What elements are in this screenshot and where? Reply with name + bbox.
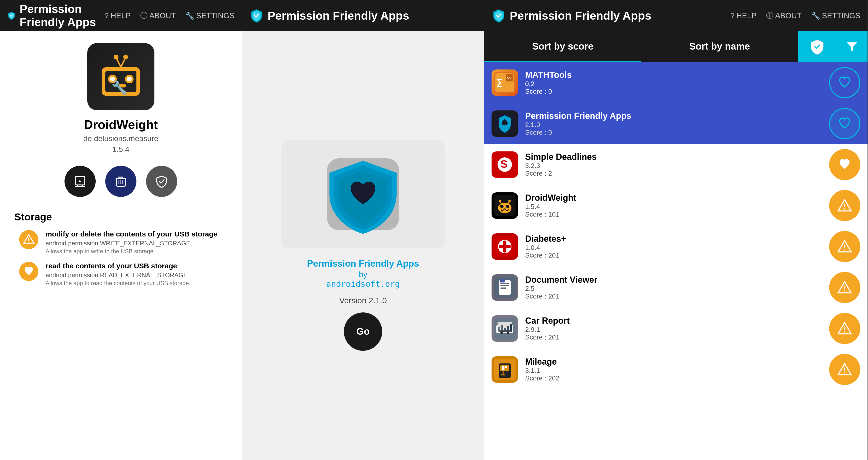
car-report-icon (494, 318, 516, 339)
topbar-logo-left: Permission Friendly Apps (7, 2, 104, 29)
list-item[interactable]: Car Report 2.9.1 Score : 201 (484, 308, 868, 349)
nav-help-right[interactable]: ? HELP (731, 11, 756, 20)
shield-logo-middle (249, 8, 264, 23)
app-score-mileage: Score : 202 (525, 374, 829, 382)
topbar-logo-middle: Permission Friendly Apps (249, 8, 409, 23)
topbar-middle: Permission Friendly Apps (242, 0, 484, 31)
go-label: Go (356, 326, 370, 337)
sort-shield-button[interactable] (798, 31, 836, 62)
shield-logo-right (492, 8, 506, 23)
splash-app-name: Permission Friendly Apps (307, 258, 419, 269)
app-icon-simple-deadlines: S (492, 152, 518, 178)
warning-icon-db (838, 239, 852, 254)
nav-settings-right[interactable]: 🔧 SETTINGS (811, 11, 860, 20)
funnel-icon (845, 39, 859, 54)
topbar-logo-right: Permission Friendly Apps (492, 8, 651, 23)
list-item[interactable]: Permission Friendly Apps 2.1.0 Score : 0 (484, 103, 868, 144)
svg-rect-70 (502, 366, 504, 370)
perm-name-read: android.permission.READ_EXTERNAL_STORAGE (45, 271, 222, 279)
heart-icon-pfa (838, 117, 852, 131)
app-name-pfa: Permission Friendly Apps (525, 111, 829, 121)
svg-rect-51 (500, 279, 505, 283)
app-icon-car-report (492, 315, 518, 342)
filter-button[interactable] (836, 31, 868, 62)
heart-button-pfa[interactable] (829, 108, 860, 139)
app-score-math: Score : 0 (525, 88, 829, 95)
svg-rect-71 (505, 366, 507, 368)
app-version-doc-viewer: 2.5 (525, 285, 829, 293)
nav-about-right[interactable]: ⓘ ABOUT (766, 11, 802, 21)
heart-button-simple-deadlines[interactable] (829, 149, 860, 180)
app-name-large: DroidWeight (84, 118, 158, 132)
app-score-simple-deadlines: Score : 2 (525, 170, 829, 177)
perm-icon-heart-1 (19, 262, 38, 281)
heart-icon-perm (23, 265, 35, 277)
list-item[interactable]: DroidWeight 1.5.4 Score : 101 (484, 185, 868, 226)
simple-deadlines-icon: S (494, 154, 516, 175)
list-item[interactable]: ∑ x² MATHTools 0.2 Score : 0 (484, 62, 868, 103)
settings-label-right: SETTINGS (822, 11, 860, 20)
app-icon-mileage (492, 356, 518, 383)
panel-left: Permission Friendly Apps ? HELP ⓘ ABOUT … (0, 0, 242, 460)
app-version-mileage: 3.1.1 (525, 367, 829, 374)
warning-button-droidweight[interactable] (829, 190, 860, 221)
app-score-pfa: Score : 0 (525, 129, 829, 136)
list-item[interactable]: Diabetes+ 1.0.4 Score : 201 (484, 226, 868, 267)
warning-icon-1 (23, 234, 35, 245)
list-item[interactable]: S Simple Deadlines 3.2.3 Score : 2 (484, 144, 868, 185)
svg-rect-52 (500, 278, 504, 280)
app-info-simple-deadlines: Simple Deadlines 3.2.3 Score : 2 (525, 152, 829, 177)
app-name-mileage: Mileage (525, 357, 829, 367)
app-version-math: 0.2 (525, 80, 829, 88)
svg-point-64 (507, 332, 509, 334)
uninstall-button[interactable] (105, 166, 136, 197)
warning-button-diabetes[interactable] (829, 231, 860, 262)
nav-settings-left[interactable]: 🔧 SETTINGS (185, 11, 235, 20)
heart-button-math[interactable] (829, 67, 860, 98)
splash-url: androidsoft.org (326, 279, 400, 289)
shield-filter-icon (809, 38, 826, 55)
about-icon-left: ⓘ (140, 11, 148, 21)
topbar-nav-right: ? HELP ⓘ ABOUT 🔧 SETTINGS (731, 11, 860, 21)
about-label-right: ABOUT (775, 11, 802, 20)
about-icon-right: ⓘ (766, 11, 773, 21)
trash-icon (114, 174, 128, 189)
droidweight-icon: 🔧 (92, 48, 150, 105)
nav-about-left[interactable]: ⓘ ABOUT (140, 11, 176, 21)
launch-button[interactable] (64, 166, 96, 197)
action-buttons (64, 166, 177, 197)
permission-item-write: modify or delete the contents of your US… (19, 230, 222, 255)
warning-button-mileage[interactable] (829, 354, 860, 385)
topbar-title-left: Permission Friendly Apps (20, 2, 104, 29)
svg-text:S: S (500, 158, 507, 170)
sort-by-name-button[interactable]: Sort by name (641, 31, 798, 62)
warning-button-doc-viewer[interactable] (829, 272, 860, 303)
list-item[interactable]: Document Viewer 2.5 Score : 201 (484, 267, 868, 308)
svg-rect-50 (500, 288, 506, 289)
storage-section-title: Storage (14, 211, 52, 223)
nav-help-left[interactable]: ? HELP (104, 11, 130, 20)
sort-by-score-label: Sort by score (532, 41, 593, 52)
sort-by-score-button[interactable]: Sort by score (484, 31, 641, 62)
warning-icon-dv (838, 280, 852, 295)
svg-rect-49 (500, 285, 509, 286)
perm-desc-read: Allows the app to read the contents of y… (45, 280, 222, 287)
panel-middle: Permission Friendly Apps Permission Frie… (242, 0, 484, 460)
splash-version: Version 2.1.0 (339, 296, 387, 305)
app-list: ∑ x² MATHTools 0.2 Score : 0 (484, 62, 868, 460)
shield-button[interactable] (146, 166, 177, 197)
go-button[interactable]: Go (344, 313, 382, 351)
app-version-droidweight: 1.5.4 (525, 203, 829, 210)
help-label-left: HELP (111, 11, 131, 20)
app-info-math: MATHTools 0.2 Score : 0 (525, 70, 829, 95)
svg-rect-69 (500, 365, 509, 371)
settings-icon-right: 🔧 (811, 11, 820, 20)
svg-point-66 (844, 331, 845, 332)
app-icon-pfa (492, 110, 518, 137)
svg-point-18 (28, 242, 29, 243)
app-icon-droidweight (492, 192, 518, 219)
list-item[interactable]: Mileage 3.1.1 Score : 202 (484, 349, 868, 390)
perm-title-read: read the contents of your USB storage (45, 262, 222, 270)
app-package: de.delusions.measure (83, 134, 158, 143)
warning-button-car-report[interactable] (829, 313, 860, 344)
